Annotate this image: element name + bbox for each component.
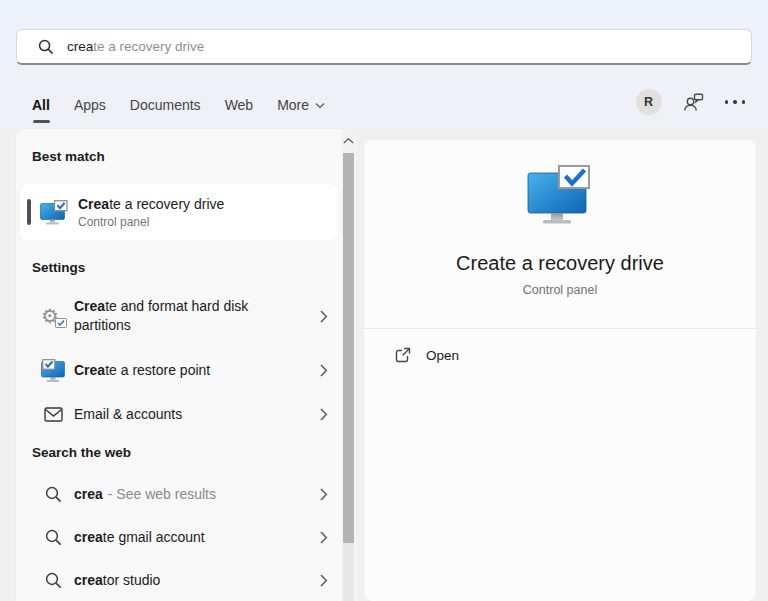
tab-apps-label: Apps — [74, 97, 106, 113]
tab-apps[interactable]: Apps — [74, 97, 106, 113]
best-match-title: Create a recovery drive — [78, 195, 224, 213]
tab-documents-label: Documents — [130, 97, 201, 113]
best-match-subtitle: Control panel — [78, 215, 224, 229]
tab-more-label: More — [277, 97, 309, 113]
chevron-down-icon — [315, 102, 325, 109]
result-create-restore-point[interactable]: Create a restore point — [20, 351, 342, 389]
preview-title: Create a recovery drive — [364, 252, 756, 275]
best-match-result[interactable]: Create a recovery drive Control panel — [20, 184, 338, 240]
open-icon — [395, 347, 411, 363]
tab-web-label: Web — [225, 97, 254, 113]
feedback-icon[interactable] — [683, 93, 704, 112]
tab-all[interactable]: All — [32, 97, 50, 113]
chevron-right-icon[interactable] — [320, 531, 328, 544]
scrollbar-thumb[interactable] — [343, 153, 354, 543]
result-label: create gmail account — [74, 528, 205, 547]
user-avatar[interactable]: R — [636, 89, 662, 115]
tab-documents[interactable]: Documents — [130, 97, 201, 113]
open-action[interactable]: Open — [364, 336, 756, 374]
result-label: Create and format hard disk partitions — [74, 297, 289, 335]
result-label: creator studio — [74, 571, 160, 590]
divider — [364, 328, 756, 329]
check-overlay-icon — [55, 318, 67, 328]
preview-panel: Create a recovery drive Control panel Op… — [364, 140, 756, 601]
search-suggestion-text: te a recovery drive — [93, 39, 204, 54]
web-search-icon — [40, 529, 66, 546]
web-search-icon — [40, 572, 66, 589]
disk-partition-icon: ⚙ — [40, 304, 66, 328]
search-filter-tabs: All Apps Documents Web More — [32, 88, 325, 122]
result-label: crea- See web results — [74, 485, 216, 504]
scrollbar-track[interactable] — [343, 543, 354, 601]
open-label: Open — [426, 348, 459, 363]
more-options-icon[interactable] — [725, 100, 746, 104]
best-match-title-match: Crea — [78, 196, 109, 212]
result-label: Email & accounts — [74, 405, 182, 424]
recovery-drive-large-icon — [364, 164, 756, 224]
web-result-creator-studio[interactable]: creator studio — [20, 562, 342, 598]
tab-more[interactable]: More — [277, 97, 325, 113]
result-email-accounts[interactable]: Email & accounts — [20, 395, 342, 433]
search-web-header: Search the web — [32, 445, 131, 460]
tab-all-label: All — [32, 97, 50, 113]
results-scrollbar — [342, 129, 355, 601]
chevron-right-icon[interactable] — [320, 488, 328, 501]
restore-point-icon — [40, 359, 66, 382]
search-typed-text: crea — [67, 39, 93, 54]
topbar-actions: R — [636, 88, 746, 116]
preview-subtitle: Control panel — [364, 283, 756, 297]
settings-header: Settings — [32, 260, 85, 275]
tab-web[interactable]: Web — [225, 97, 254, 113]
best-match-header: Best match — [32, 149, 105, 164]
chevron-right-icon[interactable] — [320, 310, 328, 323]
chevron-right-icon[interactable] — [320, 408, 328, 421]
active-tab-underline — [33, 120, 50, 123]
best-match-title-rest: te a recovery drive — [109, 196, 224, 212]
results-panel: Best match Create a recovery drive Contr… — [16, 129, 356, 601]
scrollbar-up-icon[interactable] — [342, 134, 355, 148]
search-icon — [38, 39, 54, 55]
recovery-drive-icon — [40, 200, 68, 225]
result-label: Create a restore point — [74, 361, 210, 380]
chevron-right-icon[interactable] — [320, 364, 328, 377]
search-input[interactable]: create a recovery drive — [16, 29, 752, 65]
result-create-format-partitions[interactable]: ⚙ Create and format hard disk partitions — [20, 287, 342, 345]
web-search-icon — [40, 486, 66, 503]
chevron-right-icon[interactable] — [320, 574, 328, 587]
email-icon — [40, 407, 66, 422]
web-result-create-gmail-account[interactable]: create gmail account — [20, 519, 342, 555]
avatar-letter: R — [644, 95, 653, 109]
selection-accent-bar — [27, 199, 31, 225]
web-result-crea[interactable]: crea- See web results — [20, 476, 342, 512]
